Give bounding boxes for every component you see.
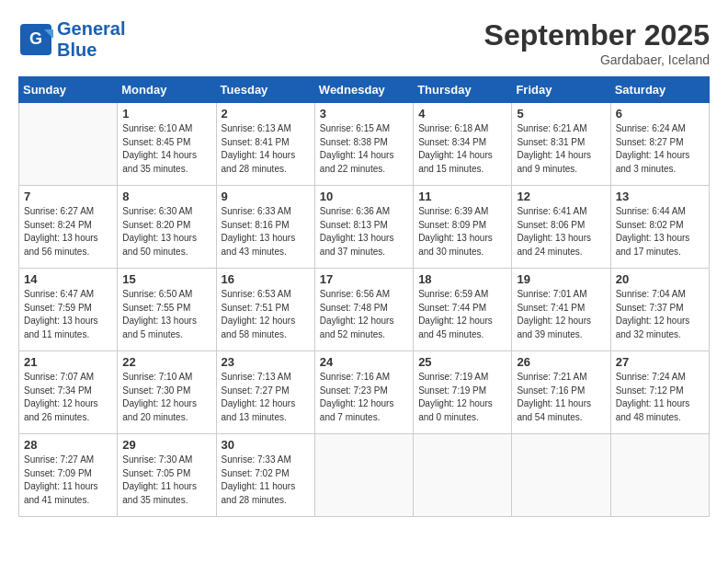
- day-info: Sunrise: 6:24 AM Sunset: 8:27 PM Dayligh…: [616, 122, 704, 176]
- day-number: 2: [222, 107, 310, 121]
- calendar-cell: 1Sunrise: 6:10 AM Sunset: 8:45 PM Daylig…: [118, 103, 216, 186]
- day-info: Sunrise: 7:21 AM Sunset: 7:16 PM Dayligh…: [517, 371, 605, 424]
- day-info: Sunrise: 7:24 AM Sunset: 7:12 PM Dayligh…: [616, 371, 704, 424]
- calendar-cell: 22Sunrise: 7:10 AM Sunset: 7:30 PM Dayli…: [118, 351, 216, 434]
- title-block: September 2025 Gardabaer, Iceland: [484, 18, 710, 67]
- calendar-cell: 2Sunrise: 6:13 AM Sunset: 8:41 PM Daylig…: [216, 103, 314, 186]
- calendar-cell: 8Sunrise: 6:30 AM Sunset: 8:20 PM Daylig…: [118, 186, 216, 269]
- day-info: Sunrise: 6:50 AM Sunset: 7:55 PM Dayligh…: [122, 288, 210, 341]
- day-number: 13: [616, 190, 704, 203]
- calendar-cell: 26Sunrise: 7:21 AM Sunset: 7:16 PM Dayli…: [512, 351, 610, 434]
- day-info: Sunrise: 6:36 AM Sunset: 8:13 PM Dayligh…: [320, 205, 408, 259]
- day-info: Sunrise: 6:59 AM Sunset: 7:44 PM Dayligh…: [418, 288, 506, 341]
- day-number: 11: [418, 190, 506, 203]
- day-info: Sunrise: 6:13 AM Sunset: 8:41 PM Dayligh…: [222, 122, 310, 176]
- calendar-week-row: 21Sunrise: 7:07 AM Sunset: 7:34 PM Dayli…: [19, 351, 710, 434]
- day-info: Sunrise: 6:39 AM Sunset: 8:09 PM Dayligh…: [418, 205, 506, 259]
- calendar-cell: 27Sunrise: 7:24 AM Sunset: 7:12 PM Dayli…: [610, 351, 709, 434]
- day-info: Sunrise: 7:07 AM Sunset: 7:34 PM Dayligh…: [24, 371, 112, 424]
- day-number: 4: [418, 107, 506, 121]
- day-number: 29: [122, 438, 210, 452]
- weekday-header: Monday: [118, 77, 216, 103]
- calendar-cell: 14Sunrise: 6:47 AM Sunset: 7:59 PM Dayli…: [19, 269, 118, 351]
- day-info: Sunrise: 7:30 AM Sunset: 7:05 PM Dayligh…: [122, 454, 210, 507]
- calendar-cell: 28Sunrise: 7:27 AM Sunset: 7:09 PM Dayli…: [19, 434, 118, 517]
- calendar-cell: 24Sunrise: 7:16 AM Sunset: 7:23 PM Dayli…: [314, 351, 413, 434]
- weekday-header-row: SundayMondayTuesdayWednesdayThursdayFrid…: [19, 77, 710, 103]
- day-number: 6: [616, 107, 704, 121]
- day-number: 30: [222, 438, 310, 452]
- day-number: 7: [24, 190, 112, 203]
- calendar-cell: 9Sunrise: 6:33 AM Sunset: 8:16 PM Daylig…: [216, 186, 314, 269]
- location: Gardabaer, Iceland: [484, 52, 710, 67]
- calendar-cell: [19, 103, 118, 186]
- day-number: 3: [320, 107, 408, 121]
- calendar-cell: 13Sunrise: 6:44 AM Sunset: 8:02 PM Dayli…: [610, 186, 709, 269]
- weekday-header: Thursday: [414, 77, 512, 103]
- calendar-cell: 19Sunrise: 7:01 AM Sunset: 7:41 PM Dayli…: [512, 269, 610, 351]
- day-number: 28: [24, 438, 112, 452]
- calendar-cell: [414, 434, 512, 517]
- calendar-cell: 11Sunrise: 6:39 AM Sunset: 8:09 PM Dayli…: [414, 186, 512, 269]
- day-info: Sunrise: 7:27 AM Sunset: 7:09 PM Dayligh…: [24, 454, 112, 507]
- day-number: 27: [616, 355, 704, 369]
- day-number: 8: [122, 190, 210, 203]
- day-info: Sunrise: 6:33 AM Sunset: 8:16 PM Dayligh…: [222, 205, 310, 259]
- calendar-week-row: 28Sunrise: 7:27 AM Sunset: 7:09 PM Dayli…: [19, 434, 710, 517]
- calendar-cell: 16Sunrise: 6:53 AM Sunset: 7:51 PM Dayli…: [216, 269, 314, 351]
- calendar-cell: 10Sunrise: 6:36 AM Sunset: 8:13 PM Dayli…: [314, 186, 413, 269]
- calendar-cell: [314, 434, 413, 517]
- calendar-cell: 17Sunrise: 6:56 AM Sunset: 7:48 PM Dayli…: [314, 269, 413, 351]
- day-info: Sunrise: 6:56 AM Sunset: 7:48 PM Dayligh…: [320, 288, 408, 341]
- day-number: 22: [122, 355, 210, 369]
- calendar-table: SundayMondayTuesdayWednesdayThursdayFrid…: [18, 76, 710, 517]
- calendar-cell: 5Sunrise: 6:21 AM Sunset: 8:31 PM Daylig…: [512, 103, 610, 186]
- calendar-cell: 23Sunrise: 7:13 AM Sunset: 7:27 PM Dayli…: [216, 351, 314, 434]
- calendar-cell: 25Sunrise: 7:19 AM Sunset: 7:19 PM Dayli…: [414, 351, 512, 434]
- day-info: Sunrise: 6:44 AM Sunset: 8:02 PM Dayligh…: [616, 205, 704, 259]
- day-number: 24: [320, 355, 408, 369]
- calendar-cell: 20Sunrise: 7:04 AM Sunset: 7:37 PM Dayli…: [610, 269, 709, 351]
- calendar-cell: 18Sunrise: 6:59 AM Sunset: 7:44 PM Dayli…: [414, 269, 512, 351]
- day-number: 25: [418, 355, 506, 369]
- day-number: 26: [517, 355, 605, 369]
- day-number: 17: [320, 272, 408, 286]
- day-number: 15: [122, 272, 210, 286]
- day-info: Sunrise: 7:19 AM Sunset: 7:19 PM Dayligh…: [418, 371, 506, 424]
- logo-icon: G: [18, 22, 53, 57]
- weekday-header: Wednesday: [314, 77, 413, 103]
- calendar-cell: 29Sunrise: 7:30 AM Sunset: 7:05 PM Dayli…: [118, 434, 216, 517]
- page-header: G GeneralBlue September 2025 Gardabaer, …: [18, 18, 710, 67]
- calendar-cell: [512, 434, 610, 517]
- logo: G GeneralBlue: [18, 18, 125, 61]
- calendar-cell: 30Sunrise: 7:33 AM Sunset: 7:02 PM Dayli…: [216, 434, 314, 517]
- day-info: Sunrise: 7:10 AM Sunset: 7:30 PM Dayligh…: [122, 371, 210, 424]
- day-info: Sunrise: 7:04 AM Sunset: 7:37 PM Dayligh…: [616, 288, 704, 341]
- weekday-header: Saturday: [610, 77, 709, 103]
- day-info: Sunrise: 6:27 AM Sunset: 8:24 PM Dayligh…: [24, 205, 112, 259]
- day-info: Sunrise: 7:16 AM Sunset: 7:23 PM Dayligh…: [320, 371, 408, 424]
- calendar-cell: 4Sunrise: 6:18 AM Sunset: 8:34 PM Daylig…: [414, 103, 512, 186]
- day-info: Sunrise: 7:01 AM Sunset: 7:41 PM Dayligh…: [517, 288, 605, 341]
- calendar-cell: 6Sunrise: 6:24 AM Sunset: 8:27 PM Daylig…: [610, 103, 709, 186]
- day-number: 23: [222, 355, 310, 369]
- calendar-cell: 15Sunrise: 6:50 AM Sunset: 7:55 PM Dayli…: [118, 269, 216, 351]
- day-info: Sunrise: 7:33 AM Sunset: 7:02 PM Dayligh…: [222, 454, 310, 507]
- day-info: Sunrise: 6:10 AM Sunset: 8:45 PM Dayligh…: [122, 122, 210, 176]
- calendar-cell: 21Sunrise: 7:07 AM Sunset: 7:34 PM Dayli…: [19, 351, 118, 434]
- calendar-cell: 12Sunrise: 6:41 AM Sunset: 8:06 PM Dayli…: [512, 186, 610, 269]
- logo-text-block: GeneralBlue: [57, 18, 125, 61]
- day-number: 5: [517, 107, 605, 121]
- day-number: 10: [320, 190, 408, 203]
- logo-label: GeneralBlue: [57, 18, 125, 61]
- day-number: 20: [616, 272, 704, 286]
- calendar-cell: 7Sunrise: 6:27 AM Sunset: 8:24 PM Daylig…: [19, 186, 118, 269]
- day-info: Sunrise: 6:53 AM Sunset: 7:51 PM Dayligh…: [222, 288, 310, 341]
- day-number: 18: [418, 272, 506, 286]
- day-number: 12: [517, 190, 605, 203]
- day-number: 21: [24, 355, 112, 369]
- day-info: Sunrise: 6:41 AM Sunset: 8:06 PM Dayligh…: [517, 205, 605, 259]
- weekday-header: Tuesday: [216, 77, 314, 103]
- day-info: Sunrise: 6:30 AM Sunset: 8:20 PM Dayligh…: [122, 205, 210, 259]
- calendar-week-row: 14Sunrise: 6:47 AM Sunset: 7:59 PM Dayli…: [19, 269, 710, 351]
